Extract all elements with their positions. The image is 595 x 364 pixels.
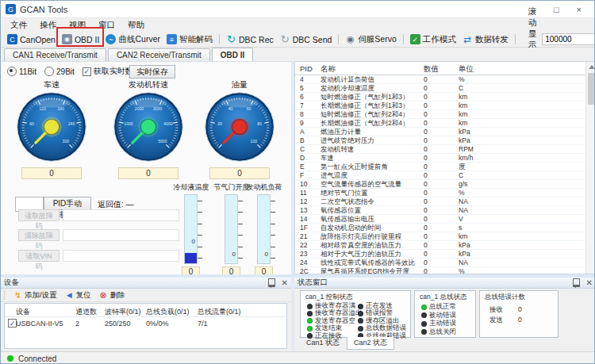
reset-icon [65, 291, 74, 300]
maximize-button[interactable]: □ [554, 5, 559, 14]
dtc-field-2[interactable] [63, 250, 179, 262]
pid-row[interactable]: C发动机转速0RPM [295, 145, 585, 154]
dtc-button-0[interactable]: 读取故障码 [18, 209, 60, 221]
device-row[interactable]: USBCAN-II-V52250/2500%/0%7/1 [5, 317, 286, 328]
scrollbar-up-icon[interactable] [588, 63, 595, 71]
device-tool-label: 添加/设置 [25, 290, 57, 301]
panel-close-icon[interactable]: ✕ [282, 279, 288, 287]
pid-row[interactable]: B进气歧管绝对压力0kPa [295, 136, 585, 145]
decode-icon [167, 34, 177, 44]
pid-row[interactable]: 8短时燃油修正（气缸列2和4）0km [295, 110, 585, 119]
status-panel-header: 状态窗口 ✕ [294, 278, 595, 289]
toolbar-item-forward[interactable]: 数据转发 [459, 33, 512, 46]
pid-row[interactable]: 6短时燃油修正（气缸列1和3）0km [295, 93, 585, 102]
tab-1[interactable]: CAN2 Receive/Transmit [108, 48, 210, 61]
bar-zero-label: 0 [192, 238, 195, 245]
pid-cell: 0 [424, 102, 452, 109]
panel-close-icon[interactable]: ✕ [586, 279, 593, 287]
pid-cell: A [300, 128, 319, 136]
menu-item-0[interactable]: 文件 [4, 19, 33, 32]
pid-cell: C [459, 84, 506, 92]
toolbar-item-curve[interactable]: 曲线Curver [102, 33, 163, 46]
status-group: 总线错误计数接收0发送0 [479, 290, 559, 338]
scroll-frames-input[interactable] [542, 33, 595, 45]
pid-cell: 氧传感器输出电压 [321, 215, 422, 223]
pid-cell: 度 [459, 163, 506, 171]
pid-row[interactable]: 10空气流量传感器的空气流量0g/s [295, 180, 585, 189]
pid-row[interactable]: 23相对于大气压力的油轨压力0kPa [295, 250, 585, 259]
toolbar-item-workmode[interactable]: 工作模式 [407, 33, 459, 46]
radio-11bit[interactable] [7, 67, 17, 76]
device-tool-0[interactable]: 添加/设置 [10, 290, 61, 301]
toolbar: CanOpenOBD II曲线Curver智能解码DBC RecDBC Send… [1, 32, 594, 48]
obd-page: 11Bit 29Bit 获取实时数据 实时保存 车速60120180240300… [1, 61, 291, 274]
pid-row[interactable]: 5发动机冷却液温度0C [295, 84, 585, 93]
pid-cell: 进气歧管绝对压力 [321, 136, 422, 144]
svg-text:100: 100 [251, 139, 258, 144]
toolbar-item-servo[interactable]: 伺服Servo [342, 33, 399, 46]
pid-row[interactable]: 24线性或宽带式氧传感器的等效比0NA [295, 259, 585, 267]
toolbar-item-dbc-rec[interactable]: DBC Rec [223, 33, 277, 45]
bar-tick [198, 258, 202, 259]
pid-row[interactable]: A燃油压力计量0kPa [295, 128, 585, 136]
pin-icon[interactable] [268, 278, 275, 287]
pid-row[interactable]: 22相对歧管真空度的油轨压力0kPa [295, 241, 585, 250]
window-title: GCAN Tools [20, 5, 67, 14]
table-scrollbar[interactable] [585, 62, 595, 274]
status-tab-0[interactable]: Can1 状态 [299, 337, 347, 350]
pid-cell: 二次空气状态指令 [321, 197, 422, 205]
realtime-save-button[interactable]: 实时保存 [129, 65, 175, 79]
pid-row[interactable]: 1F自发动机启动的时间0s [295, 224, 585, 232]
pid-row[interactable]: D车速0km/h [295, 154, 585, 163]
toolbar-item-obd[interactable]: OBD II [59, 33, 103, 45]
status-tab-1[interactable]: Can2 状态 [347, 337, 394, 350]
servo-icon [345, 34, 355, 44]
pid-cell: 长期燃油修正（气缸列2和4） [321, 119, 422, 127]
bar-gauge-2: 0 [257, 194, 271, 264]
pid-row[interactable]: 21故障指示灯亮后的行驶里程0km [295, 232, 585, 241]
toolbar-item-canopen[interactable]: CanOpen [4, 33, 59, 45]
gauge-1: 发动机转速100020003000400050000 [112, 79, 185, 179]
pid-cell: 0 [424, 75, 452, 83]
device-cell: 250/250 [105, 320, 131, 328]
pid-cell: 尾气再循环系统EGR指令开度 [321, 267, 422, 274]
dtc-field-0[interactable] [63, 209, 179, 221]
toolbar-item-decode[interactable]: 智能解码 [163, 33, 216, 46]
pid-row[interactable]: 2C尾气再循环系统EGR指令开度0% [295, 267, 585, 274]
pid-row[interactable]: 9长期燃油修正（气缸列2和4）0km [295, 119, 585, 128]
toolbar-item-dbc-send[interactable]: DBC Send [277, 33, 336, 45]
toolbar-item-label: DBC Send [293, 35, 332, 44]
close-button[interactable]: × [577, 5, 582, 14]
device-tool-2[interactable]: 删除 [95, 290, 129, 301]
tab-0[interactable]: CAN1 Receive/Transmit [4, 48, 106, 61]
pid-cell: D [300, 154, 319, 162]
status-panel: 状态窗口 ✕ can_1 控制状态接收寄存器满接收寄存器溢出发送寄存器空发送结束… [294, 278, 595, 351]
pid-row[interactable]: 14氧传感器输出电压0V [295, 215, 585, 224]
pid-cell: % [459, 75, 506, 83]
pid-cell: 进气温度 [321, 171, 422, 179]
dtc-button-2[interactable]: 读取VIN码 [18, 250, 60, 262]
dtc-button-1[interactable]: 清除故障码 [18, 229, 60, 241]
pid-row[interactable]: 11绝对节气门位置0% [295, 189, 585, 197]
device-panel: 设备 ✕ 添加/设置复位删除 设备通道数波特率(0/1)总线负载(0/1)总线流… [1, 278, 291, 351]
scrollbar-thumb[interactable] [588, 73, 595, 105]
pid-row[interactable]: 12二次空气状态指令0NA [295, 197, 585, 206]
pin-icon[interactable] [573, 278, 580, 287]
menu-item-4[interactable]: 帮助 [121, 19, 151, 32]
realtime-checkbox[interactable] [83, 67, 91, 76]
dtc-field-1[interactable] [63, 229, 179, 241]
device-tool-1[interactable]: 复位 [61, 290, 95, 301]
bar-tick [238, 212, 243, 213]
device-tool-label: 删除 [110, 290, 125, 301]
pid-manual-button[interactable]: PID手动获取 [44, 197, 91, 210]
pid-row[interactable]: F进气温度0C [295, 171, 585, 180]
radio-29bit[interactable] [44, 67, 54, 76]
tab-2[interactable]: OBD II [212, 48, 254, 61]
pid-row[interactable]: 13氧传感器位置0NA [295, 206, 585, 215]
pid-row[interactable]: 4发动机计算负荷值0% [295, 75, 585, 84]
connection-status-text: Connected [18, 354, 56, 363]
pid-row[interactable]: 7长期燃油修正（气缸列1和3）0km [295, 102, 585, 110]
pid-row[interactable]: E第一缸点火正时提前角0度 [295, 163, 585, 171]
pid-cell: 0 [424, 171, 452, 179]
pid-cell: km [459, 119, 506, 127]
